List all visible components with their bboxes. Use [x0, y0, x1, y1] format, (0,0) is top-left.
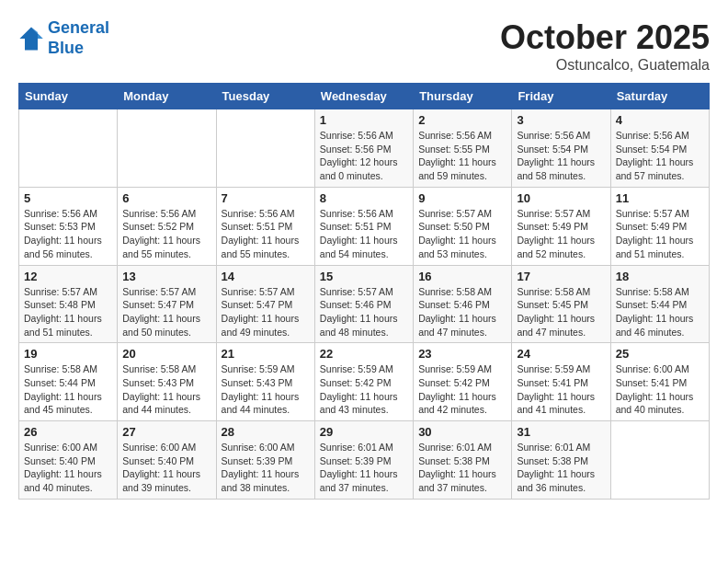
day-info: Sunrise: 5:57 AM Sunset: 5:47 PM Dayligh… — [222, 285, 310, 339]
weekday-header: Saturday — [610, 84, 709, 109]
calendar-cell: 16Sunrise: 5:58 AM Sunset: 5:46 PM Dayli… — [414, 265, 512, 343]
day-number: 19 — [24, 347, 112, 361]
day-number: 9 — [418, 191, 506, 205]
day-number: 27 — [122, 425, 210, 439]
day-info: Sunrise: 6:00 AM Sunset: 5:40 PM Dayligh… — [122, 441, 210, 495]
day-info: Sunrise: 5:58 AM Sunset: 5:46 PM Dayligh… — [418, 285, 506, 339]
weekday-header-row: SundayMondayTuesdayWednesdayThursdayFrid… — [19, 84, 710, 109]
location: Ostuncalco, Guatemala — [500, 57, 710, 74]
day-info: Sunrise: 6:01 AM Sunset: 5:38 PM Dayligh… — [517, 441, 605, 495]
day-number: 17 — [517, 270, 605, 283]
day-info: Sunrise: 5:56 AM Sunset: 5:56 PM Dayligh… — [320, 129, 408, 183]
day-number: 23 — [418, 347, 506, 361]
title-block: October 2025 Ostuncalco, Guatemala — [500, 18, 710, 74]
calendar-cell: 31Sunrise: 6:01 AM Sunset: 5:38 PM Dayli… — [512, 421, 610, 500]
day-number: 1 — [320, 113, 408, 127]
weekday-header: Friday — [512, 84, 610, 109]
calendar-cell: 8Sunrise: 5:56 AM Sunset: 5:51 PM Daylig… — [314, 187, 413, 265]
day-info: Sunrise: 5:58 AM Sunset: 5:43 PM Dayligh… — [122, 362, 210, 417]
day-info: Sunrise: 5:56 AM Sunset: 5:53 PM Dayligh… — [24, 207, 112, 261]
calendar-cell: 20Sunrise: 5:58 AM Sunset: 5:43 PM Dayli… — [118, 343, 216, 421]
calendar-cell: 3Sunrise: 5:56 AM Sunset: 5:54 PM Daylig… — [512, 109, 610, 188]
day-number: 15 — [320, 270, 408, 283]
calendar-week-row: 26Sunrise: 6:00 AM Sunset: 5:40 PM Dayli… — [19, 421, 710, 500]
calendar-cell: 28Sunrise: 6:00 AM Sunset: 5:39 PM Dayli… — [216, 421, 314, 500]
day-info: Sunrise: 5:57 AM Sunset: 5:48 PM Dayligh… — [24, 285, 112, 339]
logo-line2: Blue — [48, 39, 84, 57]
calendar-cell: 26Sunrise: 6:00 AM Sunset: 5:40 PM Dayli… — [19, 421, 118, 500]
logo-icon — [18, 26, 44, 52]
calendar-cell: 30Sunrise: 6:01 AM Sunset: 5:38 PM Dayli… — [414, 421, 512, 500]
calendar-cell: 18Sunrise: 5:58 AM Sunset: 5:44 PM Dayli… — [610, 265, 709, 343]
logo-text: General Blue — [48, 18, 109, 58]
day-number: 8 — [320, 191, 408, 205]
day-info: Sunrise: 5:58 AM Sunset: 5:44 PM Dayligh… — [616, 285, 704, 339]
calendar-cell: 24Sunrise: 5:59 AM Sunset: 5:41 PM Dayli… — [512, 343, 610, 421]
day-number: 4 — [616, 113, 704, 127]
day-number: 2 — [418, 113, 506, 127]
calendar-cell: 23Sunrise: 5:59 AM Sunset: 5:42 PM Dayli… — [414, 343, 512, 421]
day-info: Sunrise: 5:58 AM Sunset: 5:45 PM Dayligh… — [517, 285, 605, 339]
day-number: 16 — [418, 270, 506, 283]
logo: General Blue — [18, 18, 109, 58]
day-number: 18 — [616, 270, 704, 283]
day-info: Sunrise: 5:59 AM Sunset: 5:43 PM Dayligh… — [222, 362, 310, 417]
calendar-cell: 10Sunrise: 5:57 AM Sunset: 5:49 PM Dayli… — [512, 187, 610, 265]
day-info: Sunrise: 5:57 AM Sunset: 5:49 PM Dayligh… — [616, 207, 704, 261]
calendar-cell: 2Sunrise: 5:56 AM Sunset: 5:55 PM Daylig… — [414, 109, 512, 188]
day-number: 10 — [517, 191, 605, 205]
day-number: 5 — [24, 191, 112, 205]
day-number: 25 — [616, 347, 704, 361]
day-number: 29 — [320, 425, 408, 439]
day-info: Sunrise: 6:01 AM Sunset: 5:39 PM Dayligh… — [320, 441, 408, 495]
calendar-cell: 19Sunrise: 5:58 AM Sunset: 5:44 PM Dayli… — [19, 343, 118, 421]
day-info: Sunrise: 5:56 AM Sunset: 5:52 PM Dayligh… — [122, 207, 210, 261]
day-info: Sunrise: 5:57 AM Sunset: 5:47 PM Dayligh… — [122, 285, 210, 339]
day-number: 7 — [222, 191, 310, 205]
weekday-header: Sunday — [19, 84, 118, 109]
calendar-cell: 5Sunrise: 5:56 AM Sunset: 5:53 PM Daylig… — [19, 187, 118, 265]
day-number: 30 — [418, 425, 506, 439]
day-info: Sunrise: 6:00 AM Sunset: 5:39 PM Dayligh… — [222, 441, 310, 495]
calendar-cell: 1Sunrise: 5:56 AM Sunset: 5:56 PM Daylig… — [314, 109, 413, 188]
day-number: 13 — [122, 270, 210, 283]
day-number: 11 — [616, 191, 704, 205]
calendar-cell: 29Sunrise: 6:01 AM Sunset: 5:39 PM Dayli… — [314, 421, 413, 500]
calendar-cell — [118, 109, 216, 188]
day-info: Sunrise: 5:56 AM Sunset: 5:54 PM Dayligh… — [616, 129, 704, 183]
day-info: Sunrise: 5:56 AM Sunset: 5:55 PM Dayligh… — [418, 129, 506, 183]
day-number: 28 — [222, 425, 310, 439]
day-number: 24 — [517, 347, 605, 361]
day-info: Sunrise: 5:56 AM Sunset: 5:54 PM Dayligh… — [517, 129, 605, 183]
day-info: Sunrise: 6:00 AM Sunset: 5:41 PM Dayligh… — [616, 362, 704, 417]
day-info: Sunrise: 5:57 AM Sunset: 5:50 PM Dayligh… — [418, 207, 506, 261]
day-number: 14 — [222, 270, 310, 283]
day-number: 21 — [222, 347, 310, 361]
calendar-cell: 14Sunrise: 5:57 AM Sunset: 5:47 PM Dayli… — [216, 265, 314, 343]
calendar-cell — [610, 421, 709, 500]
calendar-table: SundayMondayTuesdayWednesdayThursdayFrid… — [18, 83, 710, 500]
day-info: Sunrise: 5:59 AM Sunset: 5:42 PM Dayligh… — [320, 362, 408, 417]
calendar-cell: 15Sunrise: 5:57 AM Sunset: 5:46 PM Dayli… — [314, 265, 413, 343]
month-title: October 2025 — [500, 18, 710, 57]
calendar-cell: 9Sunrise: 5:57 AM Sunset: 5:50 PM Daylig… — [414, 187, 512, 265]
day-number: 12 — [24, 270, 112, 283]
day-info: Sunrise: 6:01 AM Sunset: 5:38 PM Dayligh… — [418, 441, 506, 495]
calendar-cell: 27Sunrise: 6:00 AM Sunset: 5:40 PM Dayli… — [118, 421, 216, 500]
calendar-cell: 13Sunrise: 5:57 AM Sunset: 5:47 PM Dayli… — [118, 265, 216, 343]
calendar-week-row: 5Sunrise: 5:56 AM Sunset: 5:53 PM Daylig… — [19, 187, 710, 265]
day-number: 6 — [122, 191, 210, 205]
day-info: Sunrise: 5:59 AM Sunset: 5:41 PM Dayligh… — [517, 362, 605, 417]
calendar-week-row: 1Sunrise: 5:56 AM Sunset: 5:56 PM Daylig… — [19, 109, 710, 188]
logo-line1: General — [48, 18, 109, 37]
day-info: Sunrise: 5:58 AM Sunset: 5:44 PM Dayligh… — [24, 362, 112, 417]
calendar-cell — [216, 109, 314, 188]
calendar-cell: 25Sunrise: 6:00 AM Sunset: 5:41 PM Dayli… — [610, 343, 709, 421]
calendar-cell: 7Sunrise: 5:56 AM Sunset: 5:51 PM Daylig… — [216, 187, 314, 265]
calendar-cell: 11Sunrise: 5:57 AM Sunset: 5:49 PM Dayli… — [610, 187, 709, 265]
calendar-cell: 12Sunrise: 5:57 AM Sunset: 5:48 PM Dayli… — [19, 265, 118, 343]
day-info: Sunrise: 5:57 AM Sunset: 5:46 PM Dayligh… — [320, 285, 408, 339]
day-number: 22 — [320, 347, 408, 361]
day-number: 26 — [24, 425, 112, 439]
day-info: Sunrise: 5:57 AM Sunset: 5:49 PM Dayligh… — [517, 207, 605, 261]
